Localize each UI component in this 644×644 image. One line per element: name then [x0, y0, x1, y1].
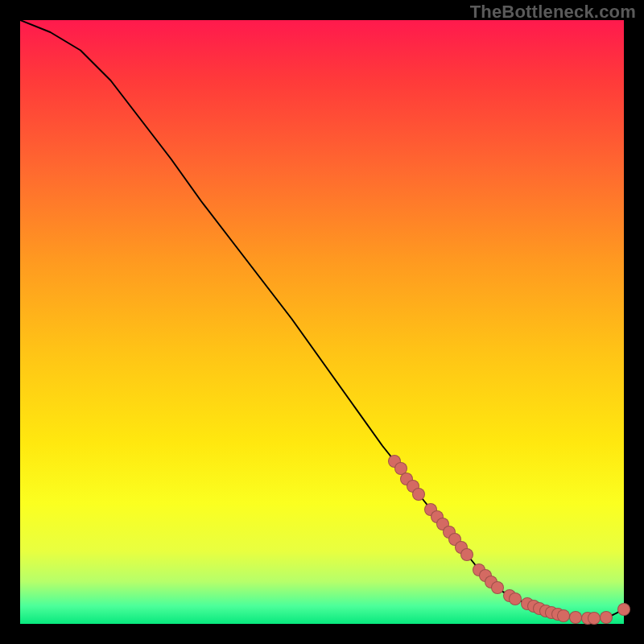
data-marker	[460, 548, 473, 561]
data-marker	[617, 603, 630, 616]
data-marker	[412, 488, 425, 501]
data-marker	[569, 611, 582, 624]
bottleneck-curve	[20, 20, 624, 618]
data-marker	[557, 609, 570, 622]
data-marker	[509, 592, 522, 605]
data-marker	[491, 581, 504, 594]
plot-area	[20, 20, 624, 624]
chart-frame: TheBottleneck.com	[0, 0, 644, 644]
curve-svg	[20, 20, 624, 624]
data-marker	[600, 611, 613, 624]
data-marker	[588, 612, 601, 625]
